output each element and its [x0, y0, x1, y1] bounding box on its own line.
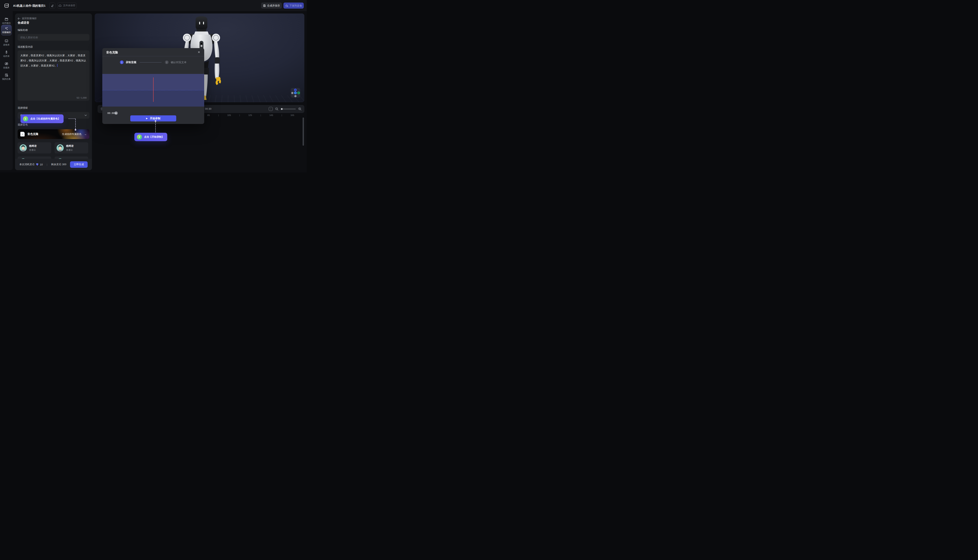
tour-step-1-text: 点击【生成你的专属音色】	[30, 117, 60, 120]
voice-card[interactable]: 稚晖君普通话	[18, 142, 51, 153]
axis-z-handle[interactable]: Z	[294, 88, 297, 91]
tick-label: 14S	[269, 114, 273, 116]
voiceover-content-textarea[interactable]: 大家好，我是灵犀X2，很高兴认识大家，大家好，我是灵犀X2，很高兴认识大家，大家…	[18, 50, 89, 101]
synthesis-panel: 返回音频编排 合成语音 编辑名称 描述配音内容 大家好，我是灵犀X2，很高兴认识…	[15, 13, 92, 170]
tick-label: 16S	[290, 114, 294, 116]
sidebar-label: 音频库	[3, 66, 10, 69]
clapperboard-icon	[5, 17, 8, 21]
voice-clone-action: 生成你的专属音色	[62, 133, 82, 136]
record-button-label: 开始录制	[150, 117, 160, 120]
sidebar-item-motion-library[interactable]: 动作库	[0, 50, 13, 58]
fit-to-width-icon[interactable]: ‹›	[269, 107, 273, 111]
arrow-right-icon: →	[84, 133, 87, 136]
zoom-in-icon[interactable]	[298, 107, 302, 111]
axis-neg-handle[interactable]	[291, 92, 294, 94]
voice-language: 普通话	[29, 148, 37, 152]
chevron-down-icon	[85, 115, 87, 116]
sidebar-label: 我的任务	[2, 78, 11, 80]
axis-neg-handle[interactable]	[294, 95, 297, 97]
char-counter: 52 / 1,000	[77, 97, 87, 99]
tour2-connector-dot	[155, 120, 156, 122]
voice-field-label: 选择音色	[18, 123, 28, 127]
play-icon[interactable]: ▶	[114, 112, 118, 115]
sidebar-item-audio-arrange[interactable]: 音频编排	[1, 25, 12, 35]
start-record-button[interactable]: ▶ 开始录制	[130, 115, 176, 122]
tour1-connector-line	[68, 118, 75, 119]
axis-y-handle[interactable]: Y	[294, 92, 297, 94]
timeline-scrollbar[interactable]	[302, 118, 304, 146]
music-library-icon	[5, 62, 8, 66]
tour-step-2-text: 点击【开始录制】	[144, 135, 164, 138]
tour1-connector-dot	[75, 129, 76, 131]
tasks-icon	[5, 73, 8, 77]
app-logo-icon	[4, 3, 9, 8]
robot-download-icon	[285, 4, 288, 7]
generate-footer: 本次消耗灵石 10 | 剩余灵石 300 立即生成	[15, 159, 92, 170]
cost-value: 10	[40, 163, 43, 166]
step-connector	[140, 62, 162, 63]
sidebar-label: 表情库	[3, 43, 10, 46]
voice-list: 稚晖君普通话 稚晖君普通话	[18, 142, 89, 159]
sidebar-label: 动作模仿	[2, 22, 11, 25]
play-triangle-icon: ▶	[146, 117, 148, 120]
gem-icon	[36, 163, 39, 166]
cost-row: 本次消耗灵石 10 | 剩余灵石 300	[19, 163, 66, 166]
deploy-button-label: 下发到设备	[289, 4, 302, 7]
generate-now-button[interactable]: 立即生成	[70, 161, 88, 168]
voice-clone-card[interactable]: ♪ 音色克隆 生成你的专属音色 →	[18, 129, 89, 139]
balance-text: 剩余灵石 300	[51, 163, 66, 166]
file-status-badge: 文件未保存	[57, 3, 77, 8]
rename-project-button[interactable]	[49, 3, 55, 8]
voiceover-content-text: 大家好，我是灵犀X2，很高兴认识大家，大家好，我是灵犀X2，很高兴认识大家，大家…	[20, 54, 86, 67]
cloud-icon	[58, 4, 62, 7]
step-indicator: 1 录制音频 2 确认对应文本	[102, 60, 204, 64]
axis-gizmo[interactable]: Z Y X	[290, 88, 300, 98]
step-2-number: 2	[165, 60, 169, 64]
divider: |	[47, 163, 47, 166]
tick-mark: |	[260, 114, 261, 116]
sparkles-icon	[5, 27, 8, 30]
sidebar-label: 音频编排	[2, 31, 11, 34]
record-timer: 00:00	[107, 112, 115, 115]
zoom-out-icon[interactable]	[275, 107, 279, 111]
sidebar-label: 动作库	[3, 55, 10, 58]
tick-label: 10S	[227, 114, 231, 116]
tour2-connector-line	[155, 122, 156, 132]
sidebar-item-my-tasks[interactable]: 我的任务	[0, 73, 13, 80]
tour-step-2-badge: 2	[137, 135, 142, 140]
slider-thumb[interactable]	[281, 108, 283, 110]
tour1-connector-line	[75, 119, 76, 129]
voice-name: 稚晖君	[29, 144, 37, 148]
panel-title: 合成语音	[18, 21, 29, 25]
back-link-label: 返回音频编排	[22, 17, 37, 20]
back-to-audio-arrange-link[interactable]: 返回音频编排	[18, 17, 37, 20]
sidebar-item-motion-mimic[interactable]: 动作模仿	[0, 17, 13, 25]
voice-clone-modal: 音色克隆 ✕ 1 录制音频 2 确认对应文本 00:00 ▶ ▶ 开始录制	[102, 48, 204, 124]
timeline-ruler[interactable]: 8S | 10S | 12S | 14S | 16S	[207, 114, 294, 116]
sidebar-item-expression-library[interactable]: 表情库	[0, 39, 13, 46]
person-icon	[5, 50, 8, 54]
step-1-label: 录制音频	[126, 61, 136, 64]
tick-label: 12S	[249, 114, 252, 116]
voice-card[interactable]: 稚晖君普通话	[55, 142, 88, 153]
app-root: A1机器人动作-我的项目1 文件未保存 合成并保存 下发到设备 动作模仿 音频编…	[0, 0, 307, 172]
record-playhead	[153, 77, 154, 102]
timeline-zoom-slider[interactable]	[281, 108, 296, 110]
axis-x-handle[interactable]: X	[297, 92, 300, 94]
tick-mark: |	[282, 114, 282, 116]
sidebar-item-audio-library[interactable]: 音频库	[0, 62, 13, 69]
sidebar: 动作模仿 音频编排 表情库 动作库 音频库 我的任务	[0, 11, 13, 170]
deploy-to-device-button[interactable]: 下发到设备	[284, 3, 304, 8]
floppy-icon	[263, 4, 266, 7]
tour-step-1-badge: 1	[23, 116, 28, 122]
tick-mark: |	[239, 114, 240, 116]
save-button-label: 合成并保存	[267, 4, 280, 7]
voice-card[interactable]	[55, 157, 88, 159]
name-field-label: 编辑名称	[18, 28, 28, 32]
material-name-input[interactable]	[18, 34, 89, 41]
music-doc-icon: ♪	[20, 132, 25, 137]
close-icon[interactable]: ✕	[197, 50, 201, 54]
voice-card[interactable]	[18, 157, 51, 159]
tick-mark: |	[218, 114, 219, 116]
save-and-synthesize-button[interactable]: 合成并保存	[261, 3, 282, 8]
